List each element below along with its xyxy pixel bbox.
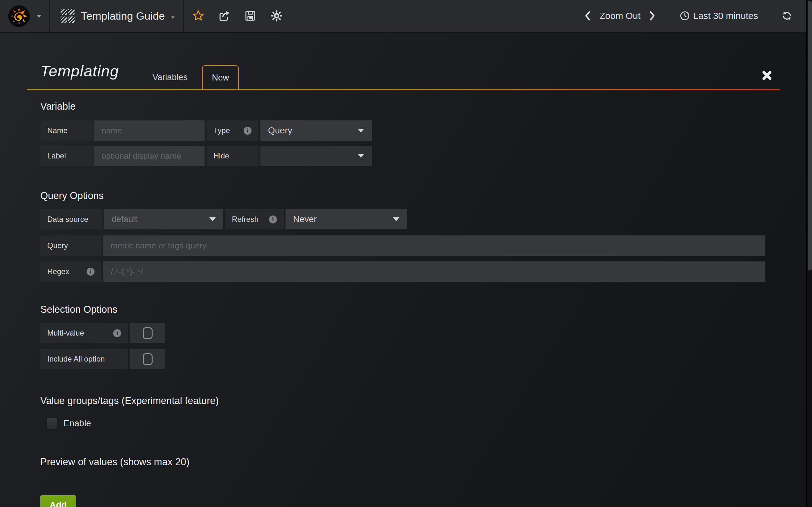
save-icon — [244, 10, 256, 22]
chevron-down-icon — [37, 15, 41, 18]
add-button-label: Add — [49, 500, 67, 507]
multi-value-label: Multi-value i — [40, 323, 128, 343]
save-button[interactable] — [244, 10, 256, 22]
value-groups-heading: Value groups/tags (Experimental feature) — [40, 395, 219, 406]
query-label: Query — [40, 235, 101, 256]
refresh-select[interactable]: Never — [286, 209, 407, 229]
data-source-value: default — [112, 215, 137, 224]
grafana-templating-page: Templating Guide — [0, 0, 812, 507]
chevron-down-icon — [393, 217, 399, 221]
info-icon[interactable]: i — [244, 127, 252, 135]
chevron-left-icon — [583, 10, 591, 21]
close-icon — [761, 70, 773, 81]
info-icon[interactable]: i — [269, 216, 277, 223]
time-range-picker[interactable]: Last 30 minutes — [680, 11, 758, 21]
regex-input[interactable] — [103, 262, 765, 282]
top-navbar: Templating Guide — [0, 0, 812, 33]
star-icon — [192, 10, 204, 22]
close-button[interactable] — [761, 70, 773, 81]
dashboard-grid-icon — [61, 9, 74, 23]
time-controls: Zoom Out Last 30 minutes — [583, 0, 792, 32]
enable-label: Enable — [63, 418, 91, 429]
refresh-button[interactable] — [781, 10, 792, 21]
clock-icon — [680, 11, 690, 21]
name-field-wrap — [94, 120, 205, 141]
regex-field-wrap — [103, 262, 765, 282]
query-options-heading: Query Options — [40, 190, 104, 202]
hide-label: Hide — [206, 146, 258, 166]
label-field-wrap — [94, 146, 205, 166]
checkbox-unchecked-icon — [143, 353, 153, 365]
tab-new[interactable]: New — [202, 65, 239, 89]
chevron-down-icon — [358, 129, 364, 132]
share-button[interactable] — [218, 10, 230, 22]
dashboard-picker[interactable]: Templating Guide — [51, 0, 184, 32]
gear-icon — [270, 9, 283, 22]
query-field-wrap — [103, 235, 765, 256]
type-select[interactable]: Query — [260, 120, 372, 141]
add-button[interactable]: Add — [40, 495, 76, 507]
tabs-underline — [27, 89, 780, 90]
checkbox-unchecked-icon — [143, 327, 153, 339]
label-input[interactable] — [94, 146, 205, 166]
tab-variables-label: Variables — [153, 72, 188, 82]
hide-select[interactable] — [260, 146, 372, 166]
chevron-down-icon — [209, 217, 216, 221]
scrollbar-track[interactable] — [806, 0, 812, 507]
scrollbar-thumb[interactable] — [808, 1, 812, 271]
time-shift-back-button[interactable] — [583, 10, 591, 21]
regex-label: Regex i — [40, 262, 101, 282]
chevron-down-icon — [171, 16, 175, 18]
label-label: Label — [40, 146, 93, 166]
enable-checkbox[interactable] — [47, 418, 57, 429]
grafana-main-menu-button[interactable] — [0, 0, 50, 32]
time-range-label: Last 30 minutes — [693, 11, 758, 21]
name-input[interactable] — [94, 120, 205, 141]
name-label: Name — [40, 120, 93, 141]
preview-heading: Preview of values (shows max 20) — [40, 456, 189, 468]
share-icon — [218, 10, 230, 22]
info-icon[interactable]: i — [113, 329, 121, 337]
tab-new-label: New — [212, 73, 229, 83]
dashboard-title: Templating Guide — [81, 10, 165, 22]
type-select-value: Query — [268, 125, 292, 135]
selection-options-heading: Selection Options — [40, 304, 117, 315]
star-button[interactable] — [192, 10, 204, 22]
include-all-label: Include All option — [40, 349, 128, 369]
page-title: Templating — [40, 62, 119, 80]
dashboard-actions — [184, 0, 283, 32]
data-source-label: Data source — [40, 209, 102, 229]
data-source-select[interactable]: default — [104, 209, 223, 229]
chevron-right-icon — [649, 10, 656, 21]
include-all-checkbox[interactable] — [130, 349, 165, 369]
info-icon[interactable]: i — [87, 268, 95, 276]
type-label: Type i — [206, 120, 258, 141]
settings-button[interactable] — [270, 9, 283, 22]
refresh-label: Refresh i — [225, 209, 284, 229]
tab-variables[interactable]: Variables — [147, 65, 194, 89]
zoom-out-button[interactable]: Zoom Out — [600, 11, 641, 21]
chevron-down-icon — [358, 154, 364, 158]
variable-section-heading: Variable — [40, 101, 75, 112]
refresh-icon — [781, 10, 792, 21]
time-shift-forward-button[interactable] — [649, 10, 656, 21]
query-input[interactable] — [103, 235, 765, 256]
multi-value-checkbox[interactable] — [130, 323, 165, 343]
refresh-select-value: Never — [293, 214, 317, 224]
grafana-logo-icon — [8, 5, 31, 27]
